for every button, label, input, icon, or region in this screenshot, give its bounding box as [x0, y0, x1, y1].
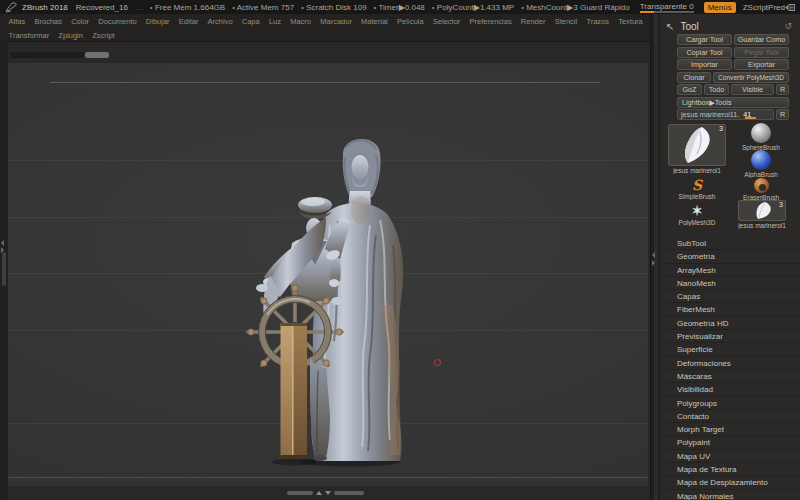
eraserbrush-icon[interactable]: [754, 178, 769, 193]
menu-archivo[interactable]: Archivo: [203, 17, 237, 26]
simplebrush-tile[interactable]: S SimpleBrush: [668, 178, 726, 200]
spherebrush-tile[interactable]: SphereBrush: [736, 123, 786, 151]
menus-button[interactable]: Menús: [704, 2, 736, 13]
menu-macro[interactable]: Macro: [286, 17, 316, 26]
palette-refresh-icon[interactable]: ↺: [784, 21, 792, 31]
section-subtool[interactable]: SubTool: [660, 237, 800, 250]
active-tool-label: jesus marineroi1: [668, 167, 726, 174]
title-bar: ZBrush 2018 Recovered_16 … Free Mem 1.66…: [0, 0, 800, 14]
section-deformaciones[interactable]: Deformaciones: [660, 357, 800, 370]
section-capas[interactable]: Capas: [660, 290, 800, 303]
canvas-top-scroll-thumb[interactable]: [85, 52, 109, 58]
canvas-area: [0, 42, 650, 500]
goz-button[interactable]: GoZ: [677, 84, 702, 95]
menu-dibujar[interactable]: Dibujar: [141, 17, 174, 26]
section-nanomesh[interactable]: NanoMesh: [660, 277, 800, 290]
canvas-bottom-scroll[interactable]: [287, 491, 364, 495]
menu-selector[interactable]: Selector: [428, 17, 465, 26]
scroll-down-arrow[interactable]: [325, 491, 331, 495]
active-tool-thumbnail[interactable]: 3: [668, 124, 726, 166]
palette-arrow-icon: ↖: [666, 21, 674, 32]
simplebrush-label: SimpleBrush: [668, 193, 726, 200]
section-mascaras[interactable]: Máscaras: [660, 370, 800, 383]
menu-zplugin[interactable]: Zplugin: [54, 31, 88, 40]
section-mapa-de-textura[interactable]: Mapa de Textura: [660, 463, 800, 476]
zscript-pred-button[interactable]: ZScriptPred: [743, 3, 785, 12]
section-mapa-de-desplazamiento[interactable]: Mapa de Desplazamiento: [660, 476, 800, 489]
canvas-top-scroll-track[interactable]: [10, 52, 84, 58]
menu-marcador[interactable]: Marcador: [316, 17, 357, 26]
section-mapa-normales[interactable]: Mapa Normales: [660, 490, 800, 500]
copy-tool-button[interactable]: Copiar Tool: [677, 47, 732, 58]
palette-title: Tool: [680, 21, 698, 32]
zbrush-document[interactable]: [8, 63, 648, 486]
menu-documento[interactable]: Documento: [94, 17, 142, 26]
section-contacto[interactable]: Contacto: [660, 410, 800, 423]
import-button[interactable]: Importar: [677, 59, 732, 70]
polymesh3d-tile[interactable]: ✶ PolyMesh3D: [668, 203, 726, 226]
scroll-up-arrow[interactable]: [316, 491, 322, 495]
menu-textura[interactable]: Textura: [614, 17, 648, 26]
tool-thumbnails: 3 jesus marineroi1 SphereBrush AlphaBrus…: [660, 123, 800, 235]
section-fibermesh[interactable]: FiberMesh: [660, 303, 800, 316]
goz-all-button[interactable]: Todo: [704, 84, 729, 95]
menu-capa[interactable]: Capa: [237, 17, 264, 26]
paste-tool-button[interactable]: Pegar Tool: [734, 47, 789, 58]
tool-count-badge: 3: [719, 125, 723, 132]
menu-render[interactable]: Render: [516, 17, 550, 26]
section-morph-target[interactable]: Morph Target: [660, 423, 800, 436]
titlebar-stat: Timer▶0.048: [374, 3, 425, 12]
menu-trazos[interactable]: Trazos: [582, 17, 614, 26]
eraserbrush-tile[interactable]: EraserBrush: [736, 178, 786, 201]
active-tool-tile[interactable]: 3 jesus marineroi1: [668, 124, 726, 174]
menu-pelicula[interactable]: Película: [392, 17, 428, 26]
menu-alfas[interactable]: Alfas: [4, 17, 30, 26]
tool-r-button[interactable]: R: [776, 109, 789, 120]
load-tool-button[interactable]: Cargar Tool: [677, 34, 732, 45]
section-geometria-hd[interactable]: Geometría HD: [660, 317, 800, 330]
clone-button[interactable]: Clonar: [677, 72, 711, 83]
lightbox-tools-button[interactable]: Lightbox▶Tools: [677, 97, 789, 108]
transparent-toggle[interactable]: Transparente 0: [640, 2, 694, 13]
simplebrush-icon[interactable]: S: [668, 178, 726, 192]
section-visibilidad[interactable]: Visibilidad: [660, 383, 800, 396]
statue-tool-thumbnail[interactable]: 3: [738, 200, 786, 221]
menu-preferencias[interactable]: Preferencias: [465, 17, 516, 26]
statue-tool-tile[interactable]: 3 jesus marineroi1: [736, 200, 788, 229]
right-tray-handle[interactable]: [652, 252, 655, 266]
menu-luz[interactable]: Luz: [264, 17, 285, 26]
section-superficie[interactable]: Superficie: [660, 343, 800, 356]
bottom-scroll-left-bar[interactable]: [287, 491, 313, 495]
goz-visible-button[interactable]: Visible: [731, 84, 774, 95]
goz-r-button[interactable]: R: [776, 84, 789, 95]
tool-name-slider[interactable]: jesus marineroi11. 41: [677, 109, 774, 120]
save-as-button[interactable]: Guardar Como: [734, 34, 789, 45]
make-polymesh3d-button[interactable]: Convertir PolyMesh3D: [713, 72, 789, 83]
alphabrush-icon[interactable]: [751, 150, 771, 170]
left-tray-scroll-thumb[interactable]: [2, 252, 6, 286]
section-geometria[interactable]: Geometría: [660, 250, 800, 263]
spherebrush-icon[interactable]: [751, 123, 771, 143]
left-tray-divider[interactable]: [0, 42, 8, 500]
menu-brochas[interactable]: Brochas: [30, 17, 67, 26]
export-button[interactable]: Exportar: [734, 59, 789, 70]
section-polygroups[interactable]: Polygroups: [660, 397, 800, 410]
menu-zscript[interactable]: Zscript: [88, 31, 120, 40]
menu-color[interactable]: Color: [67, 17, 94, 26]
section-previsualizar[interactable]: Previsualizar: [660, 330, 800, 343]
right-tray-divider[interactable]: [650, 14, 660, 500]
statue-small-icon: [739, 201, 785, 220]
menu-transformar[interactable]: Transformar: [4, 31, 54, 40]
section-arraymesh[interactable]: ArrayMesh: [660, 264, 800, 277]
polymesh3d-star-icon[interactable]: ✶: [668, 203, 726, 218]
bottom-scroll-right-bar[interactable]: [334, 491, 364, 495]
titlebar-stat: MeshCount▶3 Guard Rápido: [521, 3, 630, 12]
menu-editar[interactable]: Editar: [174, 17, 203, 26]
alphabrush-tile[interactable]: AlphaBrush: [736, 150, 786, 178]
memory-store-icon[interactable]: [785, 3, 795, 12]
section-mapa-uv[interactable]: Mapa UV: [660, 450, 800, 463]
section-polypaint[interactable]: Polypaint: [660, 436, 800, 449]
menu-material[interactable]: Material: [357, 17, 393, 26]
menu-stencil[interactable]: Stencil: [550, 17, 582, 26]
title-ellipsis: …: [136, 3, 144, 12]
